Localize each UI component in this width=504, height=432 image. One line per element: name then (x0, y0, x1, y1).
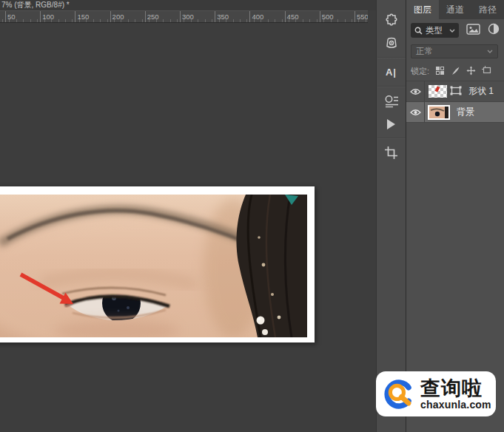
ruler-label: 250 (147, 13, 159, 21)
puzzle-icon (383, 13, 399, 28)
crop-panel-button[interactable] (377, 141, 406, 164)
blend-mode-select[interactable]: 正常 (411, 44, 498, 58)
lock-transparency-button[interactable] (435, 66, 445, 77)
lock-label: 锁定: (411, 66, 429, 77)
watermark-title: 查询啦 (420, 379, 491, 399)
color-themes-panel-button[interactable] (377, 32, 406, 55)
layer-filter-row: 类型 (406, 19, 504, 41)
shape-layer-thumbnail (429, 85, 447, 98)
eye-photo (0, 195, 307, 337)
paragraph-panel-button[interactable] (377, 90, 406, 112)
pearl-earring (257, 317, 265, 325)
filter-pixel-layers-button[interactable] (466, 24, 480, 38)
ruler-label: 300 (182, 13, 194, 21)
panel-tab[interactable]: 通道 (439, 0, 471, 19)
watermark-text: 查询啦 chaxunla.com (420, 379, 491, 410)
ruler-label: 500 (322, 13, 334, 21)
layers-panel: 图层通道路径 类型 (406, 0, 504, 432)
layer-name: 形状 1 (468, 85, 494, 98)
ruler-label: 350 (217, 13, 229, 21)
filter-adjustment-layers-button[interactable] (488, 23, 500, 38)
actions-panel-button[interactable] (377, 112, 406, 135)
document-title: 7% (背景, RGB/8#) * (1, 1, 70, 9)
eye-photo-canvas[interactable] (0, 195, 307, 337)
photoshop-window: 7% (背景, RGB/8#) * 5010015020025030035040… (0, 0, 504, 432)
brush-icon (451, 66, 460, 75)
layer-row-shape[interactable]: 形状 1 (406, 81, 504, 102)
character-panel-button[interactable]: A| (377, 61, 406, 84)
ruler-label: 550 (357, 13, 368, 21)
layer-visibility-toggle[interactable] (406, 102, 425, 122)
ruler-label: 400 (252, 13, 263, 21)
panel-tab[interactable]: 路径 (471, 0, 504, 19)
chevron-down-icon (449, 29, 455, 33)
blend-mode-row: 正常 (406, 41, 504, 61)
watermark-badge: 查询啦 chaxunla.com (376, 371, 496, 416)
ruler-label: 100 (42, 13, 54, 21)
dock-separator (377, 57, 406, 58)
half-circle-icon (488, 23, 500, 35)
horizontal-ruler: 50100150200250300350400450500550 (0, 10, 368, 23)
chaxunla-logo-icon (380, 375, 417, 414)
layer-visibility-toggle[interactable] (406, 81, 425, 101)
dock-separator (377, 86, 406, 87)
eye-icon (410, 88, 421, 95)
document-title-bar: 7% (背景, RGB/8#) * (0, 0, 377, 10)
ruler-label: 200 (112, 13, 124, 21)
play-icon (387, 119, 395, 129)
background-layer-thumbnail (428, 105, 450, 120)
panel-tab[interactable]: 图层 (406, 0, 439, 19)
ruler-label: 450 (287, 13, 299, 21)
ruler-label: 150 (77, 13, 89, 21)
lock-pixels-button[interactable] (451, 66, 460, 77)
panel-tab-bar: 图层通道路径 (406, 0, 504, 19)
lock-row: 锁定: (406, 61, 504, 81)
photo-document[interactable] (0, 186, 315, 342)
image-icon (466, 24, 480, 35)
lock-position-button[interactable] (466, 66, 476, 77)
checkerboard-icon (435, 66, 445, 75)
ruler-label: 50 (7, 13, 16, 21)
extensions-panel-button[interactable] (377, 9, 406, 32)
paragraph-globe-icon (384, 95, 399, 108)
filter-type-label: 类型 (426, 25, 446, 36)
dock-separator (377, 138, 406, 139)
eye-icon (410, 109, 421, 116)
search-icon (414, 27, 423, 35)
filter-type-dropdown[interactable]: 类型 (411, 23, 459, 38)
vector-mask-badge (450, 86, 462, 98)
layer-name: 背景 (457, 106, 474, 118)
artboard-icon (482, 66, 492, 75)
blend-mode-value: 正常 (416, 46, 433, 57)
move-icon (466, 66, 476, 75)
chevron-down-icon (487, 50, 493, 53)
red-arrow-thumb-mark (435, 86, 440, 92)
color-themes-icon (385, 36, 398, 50)
watermark-domain: chaxunla.com (420, 399, 491, 410)
panel-dock: A| (376, 0, 406, 432)
character-panel-icon: A| (386, 67, 397, 78)
lock-artboard-button[interactable] (482, 66, 492, 76)
crop-icon (384, 146, 398, 160)
layer-row-background[interactable]: 背景 (406, 102, 504, 123)
